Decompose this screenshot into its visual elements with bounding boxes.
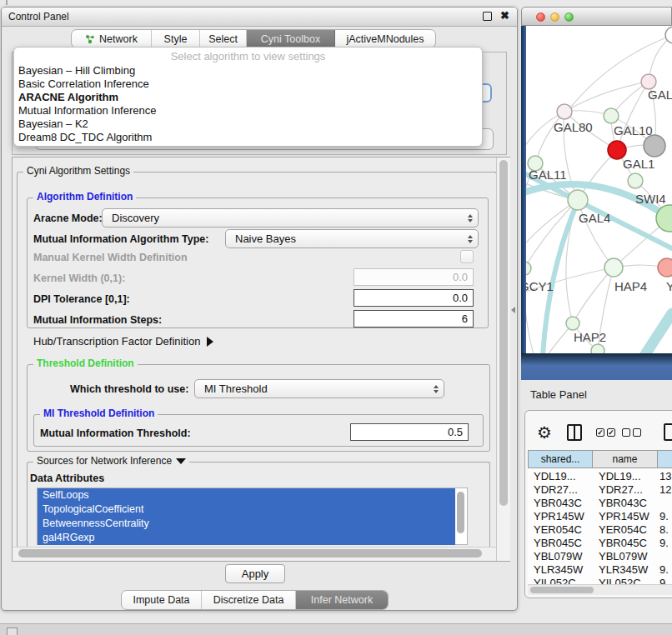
table-cell[interactable]: YBR043C	[599, 497, 647, 510]
dropdown-item-mutual-information[interactable]: Mutual Information Inference	[14, 104, 482, 118]
tab-infer-network[interactable]: Infer Network	[296, 591, 388, 609]
column-header-partial[interactable]	[658, 450, 672, 468]
table-row[interactable]: YBR045C	[534, 537, 582, 550]
tab-jactivemnodules[interactable]: jActiveMNodules	[335, 30, 435, 48]
tab-style-label: Style	[164, 33, 188, 45]
node-swi4[interactable]	[628, 173, 643, 188]
table-cell[interactable]: YDL19...	[599, 470, 641, 483]
node-gray[interactable]	[644, 135, 665, 157]
zoom-traffic-light-icon[interactable]	[564, 12, 574, 22]
network-node-label: GAL4	[579, 211, 610, 225]
network-node-label: GAL80	[554, 120, 593, 134]
dropdown-item-dream8[interactable]: Dream8 DC_TDC Algorithm	[14, 131, 482, 144]
column-header-shared-name[interactable]: shared...	[528, 450, 593, 468]
tab-select[interactable]: Select	[200, 30, 247, 48]
node-gal80[interactable]	[557, 104, 572, 119]
network-graph: GALGAL80GAL10GAL1GAL11SWI4GAL4GCY1HAP4YH…	[526, 26, 672, 353]
gear-icon[interactable]: ⚙	[537, 423, 552, 442]
table-cell[interactable]: YLR345W	[599, 563, 648, 577]
node-hap2[interactable]	[566, 317, 579, 330]
table-cell[interactable]: 9.	[659, 563, 669, 577]
network-window-titlebar[interactable]	[521, 7, 672, 26]
tab-discretize-data[interactable]: Discretize Data	[202, 591, 296, 609]
table-cell[interactable]: 9.	[659, 537, 669, 550]
node-salmon[interactable]	[658, 258, 672, 277]
table-row[interactable]: YDR27...	[534, 483, 578, 497]
network-node-label: Y	[666, 279, 672, 293]
attribute-item-betweenness[interactable]: BetweennessCentrality	[38, 517, 455, 531]
collapse-arrow-icon	[176, 458, 186, 464]
attribute-item-gal4rgexp[interactable]: gal4RGexp	[38, 531, 455, 545]
aracne-mode-combo[interactable]: Discovery	[102, 208, 479, 228]
dropdown-item-bayesian-hill[interactable]: Bayesian – Hill Climbing	[14, 64, 482, 78]
which-threshold-combo[interactable]: MI Threshold	[194, 379, 444, 398]
tab-cyni-toolbox[interactable]: Cyni Toolbox	[247, 30, 335, 48]
table-cell[interactable]: YER054C	[599, 523, 647, 537]
attribute-item-selfloops[interactable]: SelfLoops	[38, 488, 455, 502]
settings-hscrollbar-thumb[interactable]	[18, 549, 482, 558]
tab-impute-data-label: Impute Data	[133, 594, 189, 606]
table-cell[interactable]: 9.	[659, 510, 669, 523]
panel-splitter-arrow-icon[interactable]	[511, 307, 515, 313]
manual-kernel-checkbox[interactable]	[460, 250, 474, 263]
network-node-label: SWI4	[635, 192, 666, 206]
table-cell[interactable]: 8.	[659, 523, 669, 537]
dropdown-item-bayesian-k2[interactable]: Bayesian – K2	[14, 118, 482, 131]
dropdown-item-basic-correlation[interactable]: Basic Correlation Inference	[14, 78, 482, 91]
deselect-all-columns-icon[interactable]	[622, 428, 641, 437]
resize-grip-icon[interactable]	[7, 628, 18, 635]
tab-network[interactable]: Network	[72, 30, 152, 48]
mi-type-combo[interactable]: Naive Bayes	[225, 229, 479, 248]
table-cell[interactable]: YIL052C	[599, 577, 641, 584]
float-window-icon[interactable]	[483, 12, 492, 21]
table-row[interactable]: YDL19...	[534, 470, 576, 483]
table-hscrollbar-thumb[interactable]	[530, 587, 594, 593]
mi-steps-field[interactable]: 6	[354, 310, 474, 328]
table-row[interactable]: YBL079W	[534, 550, 583, 563]
bottom-tabbar: Impute Data Discretize Data Infer Networ…	[121, 590, 389, 610]
split-columns-icon[interactable]	[567, 424, 582, 441]
table-row[interactable]: YIL052C	[534, 577, 576, 584]
dpi-tolerance-field[interactable]: 0.0	[354, 289, 474, 307]
control-panel-titlebar[interactable]: Control Panel ✖	[2, 8, 517, 27]
node-gal4[interactable]	[568, 190, 588, 210]
node-gcy1[interactable]	[526, 262, 531, 275]
sources-group-title[interactable]: Sources for Network Inference	[33, 455, 189, 467]
mi-threshold-field[interactable]: 0.5	[350, 423, 469, 441]
table-row[interactable]: YER054C	[534, 523, 582, 537]
select-all-columns-icon[interactable]: ✓✓	[596, 428, 615, 437]
data-attributes-label: Data Attributes	[30, 472, 104, 484]
list-scrollbar-thumb[interactable]	[457, 492, 464, 533]
table-cell[interactable]: YPR145W	[599, 510, 649, 523]
table-cell[interactable]: YDR27...	[599, 483, 643, 497]
apply-button[interactable]: Apply	[225, 564, 285, 583]
dropdown-item-aracne[interactable]: ARACNE Algorithm	[14, 91, 482, 104]
attribute-item-topological[interactable]: TopologicalCoefficient	[38, 502, 455, 517]
network-frame-bottom	[521, 353, 672, 380]
tab-style[interactable]: Style	[152, 30, 200, 48]
minimize-traffic-light-icon[interactable]	[550, 12, 559, 22]
table-row[interactable]: YBR043C	[534, 497, 582, 510]
node-bottom[interactable]	[591, 344, 604, 353]
network-edge-thick	[526, 172, 672, 248]
table-row[interactable]: YPR145W	[534, 510, 584, 523]
tab-impute-data[interactable]: Impute Data	[122, 591, 202, 609]
app-root: { "titlebar": { "title": "Control Panel"…	[0, 0, 672, 635]
kernel-width-field[interactable]: 0.0	[354, 268, 474, 286]
control-panel-tabbar: Network Style Select Cyni Toolbox jActiv…	[71, 29, 436, 48]
close-icon[interactable]: ✖	[500, 9, 509, 22]
table-cell[interactable]: 9	[659, 577, 665, 584]
column-header-name[interactable]: name	[593, 450, 658, 468]
table-cell[interactable]: YBR045C	[599, 537, 647, 550]
node-hap4[interactable]	[604, 258, 623, 277]
settings-vscrollbar-thumb[interactable]	[499, 160, 508, 506]
close-traffic-light-icon[interactable]	[536, 12, 545, 22]
table-row[interactable]: YLR345W	[534, 563, 583, 577]
node-gal10[interactable]	[604, 108, 619, 123]
export-table-icon[interactable]	[664, 423, 672, 441]
table-cell[interactable]: 12	[659, 483, 671, 497]
hub-definition-toggle[interactable]: Hub/Transcription Factor Definition	[33, 335, 213, 348]
table-cell[interactable]: YBL079W	[599, 550, 648, 563]
mi-steps-label: Mutual Information Steps:	[33, 314, 162, 326]
table-cell[interactable]: 13	[659, 470, 671, 483]
